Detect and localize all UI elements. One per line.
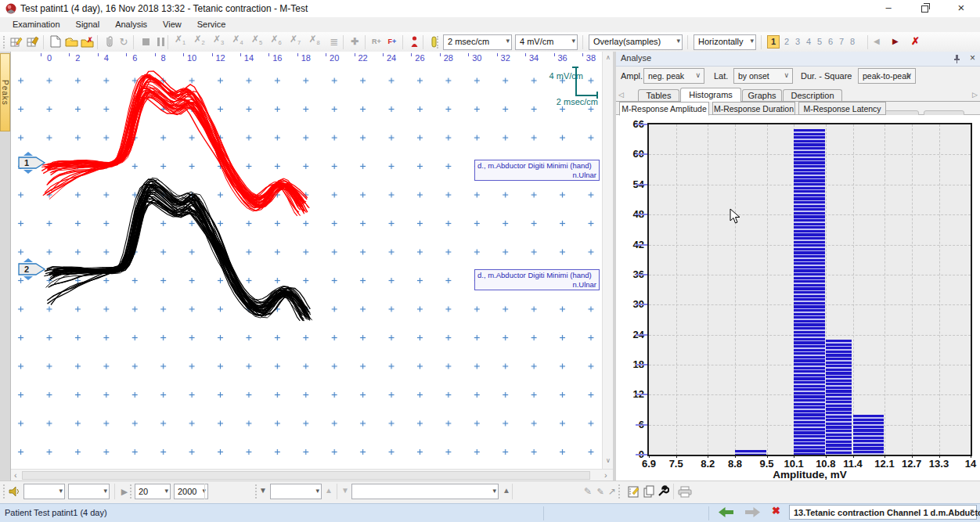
marker-up-icon[interactable]: ▲ <box>503 486 510 495</box>
toolbar-separator <box>582 35 583 49</box>
page-button-7[interactable]: 7 <box>839 37 844 46</box>
hist-bar[interactable] <box>794 129 825 455</box>
analyse-close-icon[interactable]: × <box>970 52 975 63</box>
patient-icon[interactable] <box>407 34 421 49</box>
menu-signal[interactable]: Signal <box>68 17 108 32</box>
restore-button[interactable] <box>906 0 942 17</box>
f-wave-icon[interactable]: F+ <box>385 34 399 49</box>
copy-pages-icon[interactable] <box>642 484 656 499</box>
marker-down-icon[interactable]: ▼ <box>259 486 267 495</box>
tab-graphs[interactable]: Graphs <box>742 89 782 101</box>
marker-down-icon[interactable]: ▼ <box>341 486 349 495</box>
erase-channel-6-icon[interactable]: ✗6 <box>269 34 283 49</box>
page-button-5[interactable]: 5 <box>817 37 822 46</box>
sound-select-2[interactable]: ▾ <box>68 484 110 499</box>
erase-channel-2-icon[interactable]: ✗2 <box>193 34 207 49</box>
align-traces-icon[interactable]: ≣ <box>327 34 341 49</box>
subtab-m-response-latency[interactable]: M-Response Latency <box>798 102 886 115</box>
tab-description[interactable]: Description <box>783 89 842 101</box>
marker-select-2[interactable]: ▾ <box>351 484 499 499</box>
menu-examination[interactable]: Examination <box>5 17 68 32</box>
hist-bar[interactable] <box>853 415 885 455</box>
pointer-icon[interactable]: ↗ <box>605 484 619 499</box>
page-button-1[interactable]: 1 <box>767 35 780 49</box>
y-tick-mark <box>636 274 647 275</box>
timebase-select[interactable]: 2 msec/cm▾ <box>443 34 512 50</box>
page-button-6[interactable]: 6 <box>828 37 833 46</box>
erase-channel-3-icon[interactable]: ✗3 <box>211 34 225 49</box>
menu-analysis[interactable]: Analysis <box>107 17 155 32</box>
new-montage-icon[interactable] <box>9 34 23 49</box>
protocol-notes-icon[interactable] <box>626 484 640 499</box>
dur-select[interactable]: peak-to-peak ∨ <box>858 68 916 84</box>
gain-select[interactable]: 4 mV/cm▾ <box>515 34 578 50</box>
erase-channel-4-icon[interactable]: ✗4 <box>231 34 245 49</box>
erase-channel-7-icon[interactable]: ✗7 <box>288 34 302 49</box>
settings-wrench-icon[interactable] <box>656 484 670 499</box>
sound-select-1[interactable]: ▾ <box>23 484 65 499</box>
pin-icon[interactable] <box>953 54 961 63</box>
trace-selector[interactable]: 13.Tetanic contraction Channel 1 d.m.Abd… <box>789 505 977 520</box>
scroll-right-icon[interactable]: › <box>604 470 607 480</box>
attachment-icon[interactable] <box>102 34 116 49</box>
hist-bar[interactable] <box>826 340 852 455</box>
rate-select[interactable]: 2000▾ <box>174 484 208 499</box>
waveform-canvas[interactable] <box>11 52 613 469</box>
scroll-up-icon[interactable]: ∧ <box>603 54 614 61</box>
stop-icon[interactable] <box>139 34 153 49</box>
overlay-mode-select[interactable]: Overlay(samples)▾ <box>589 34 683 50</box>
scroll-down-icon[interactable]: ∨ <box>603 457 614 464</box>
page-button-4[interactable]: 4 <box>806 37 811 46</box>
refresh-icon[interactable]: ↻ <box>117 34 131 49</box>
histogram-plot[interactable] <box>647 123 972 456</box>
scrollbar-thumb[interactable] <box>22 471 590 480</box>
speaker-icon[interactable] <box>8 484 22 499</box>
close-exam-icon[interactable]: ✗ <box>80 34 94 49</box>
marker-select-1[interactable]: ▾ <box>270 484 322 499</box>
close-button[interactable]: × <box>943 0 979 17</box>
page-button-3[interactable]: 3 <box>795 37 800 46</box>
erase-channel-5-icon[interactable]: ✗5 <box>250 34 264 49</box>
print-icon[interactable] <box>678 484 692 499</box>
channel1-marker[interactable]: 1 <box>17 151 47 175</box>
tab-scroll-right-icon[interactable]: ▷ <box>972 91 978 99</box>
delete-trace-icon[interactable]: ✖ <box>772 505 780 517</box>
tab-scroll-left-icon[interactable]: ◁ <box>618 91 624 99</box>
channel2-marker[interactable]: 2 <box>17 257 47 281</box>
menu-view[interactable]: View <box>155 17 189 32</box>
orientation-select[interactable]: Horizontally▾ <box>694 34 756 50</box>
prev-page-icon[interactable]: ◀ <box>874 37 880 45</box>
minimize-button[interactable]: – <box>870 0 906 17</box>
horizontal-scrollbar[interactable]: ‹ › <box>11 469 613 481</box>
y-tick-mark <box>636 364 647 365</box>
channel1-label[interactable]: d., m.Abductor Digiti Minimi (hand) n.Ul… <box>474 160 600 181</box>
erase-channel-8-icon[interactable]: ✗8 <box>308 34 322 49</box>
menu-service[interactable]: Service <box>189 17 234 32</box>
scroll-left-icon[interactable]: ‹ <box>14 470 17 480</box>
edit-montage-icon[interactable] <box>26 34 40 49</box>
page-button-2[interactable]: 2 <box>784 37 789 46</box>
sweep-count-select[interactable]: 20▾ <box>135 484 171 499</box>
new-exam-icon[interactable] <box>49 34 63 49</box>
chevron-down-icon: ∨ <box>784 71 789 79</box>
vertical-scrollbar[interactable]: ∧ ∨ <box>602 52 614 469</box>
marker-up-icon[interactable]: ▲ <box>325 486 333 495</box>
ampl-select[interactable]: neg. peak ∨ <box>643 68 704 84</box>
peaks-dock-tab[interactable]: Peaks <box>0 53 10 131</box>
erase-channel-1-icon[interactable]: ✗1 <box>173 34 187 49</box>
next-page-icon[interactable]: ▶ <box>892 37 899 45</box>
pause-icon[interactable] <box>153 34 168 49</box>
lat-select[interactable]: by onset ∨ <box>733 68 793 84</box>
delete-page-icon[interactable]: ✗ <box>911 35 920 47</box>
tab-histograms[interactable]: Histograms <box>680 88 741 102</box>
add-marker-icon[interactable]: ✚ <box>348 34 362 49</box>
subtab-m-response-duration[interactable]: M-Response Duration <box>712 102 795 115</box>
open-exam-icon[interactable] <box>64 34 78 49</box>
channel2-label[interactable]: d., m.Abductor Digiti Minimi (hand) n.Ul… <box>474 269 600 290</box>
r-wave-icon[interactable]: R+ <box>369 34 384 49</box>
subtab-m-response-amplitude[interactable]: M-Response Amplitude <box>619 102 709 116</box>
lat-value: by onset <box>738 71 769 81</box>
page-button-8[interactable]: 8 <box>850 37 855 46</box>
hist-bar[interactable] <box>735 450 766 455</box>
tab-tables[interactable]: Tables <box>638 89 679 101</box>
